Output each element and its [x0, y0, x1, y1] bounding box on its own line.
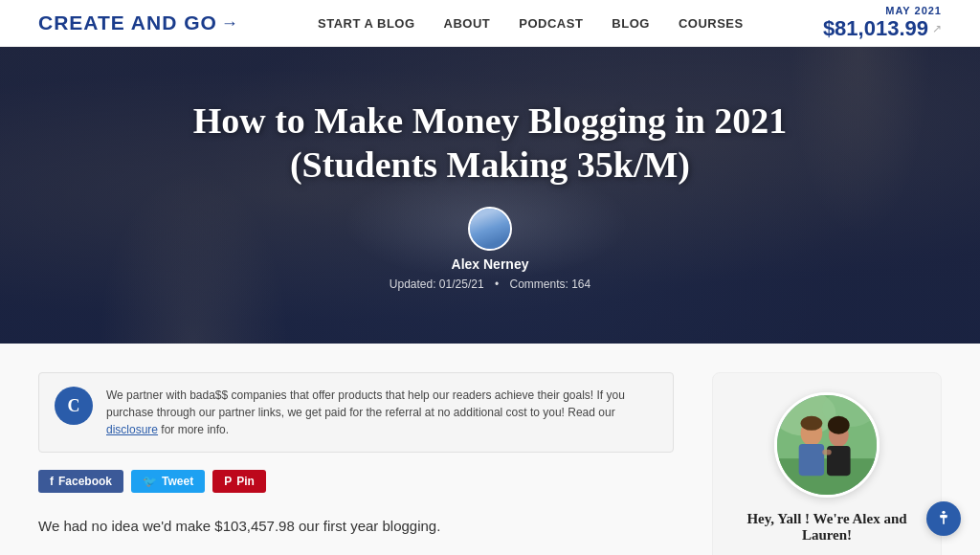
nav-blog[interactable]: BLOG [612, 16, 650, 31]
facebook-label: Facebook [58, 475, 112, 488]
twitter-share-button[interactable]: 🐦 Tweet [131, 470, 205, 493]
content-column: C We partner with bada$$ companies that … [38, 372, 674, 555]
disclaimer-link[interactable]: disclosure [106, 423, 158, 436]
logo-text: CREATE AND GO [38, 11, 217, 34]
comments-count: Comments: 164 [509, 278, 590, 291]
svg-rect-10 [822, 450, 831, 455]
main-nav: START A BLOG ABOUT PODCAST BLOG COURSES [318, 16, 744, 31]
updated-date: Updated: 01/25/21 [390, 278, 484, 291]
share-buttons: f Facebook 🐦 Tweet P Pin [38, 470, 674, 493]
article-text: We had no idea we'd make $103,457.98 our… [38, 514, 674, 555]
revenue-trend-icon: ↗ [932, 22, 942, 36]
hero-content: How to Make Money Blogging in 2021 (Stud… [155, 100, 825, 290]
facebook-icon: f [50, 475, 54, 488]
avatar [468, 207, 512, 251]
main-area: C We partner with bada$$ companies that … [0, 344, 980, 555]
pinterest-icon: P [224, 475, 232, 488]
logo-arrow-icon: → [221, 13, 238, 33]
site-header: CREATE AND GO → START A BLOG ABOUT PODCA… [0, 0, 980, 47]
nav-start-a-blog[interactable]: START A BLOG [318, 16, 415, 31]
sidebar-caption: Hey, Yall ! We're Alex and Lauren! [732, 511, 922, 544]
author-name: Alex Nerney [452, 256, 529, 272]
pinterest-share-button[interactable]: P Pin [212, 470, 266, 493]
hero-title: How to Make Money Blogging in 2021 (Stud… [155, 100, 825, 187]
author-section: Alex Nerney Updated: 01/25/21 • Comments… [155, 207, 825, 291]
accessibility-icon [934, 509, 953, 528]
nav-courses[interactable]: COURSES [679, 16, 744, 31]
separator: • [495, 278, 499, 291]
revenue-display: MAY 2021 $81,013.99 ↗ [823, 5, 942, 41]
sidebar-column: Hey, Yall ! We're Alex and Lauren! [712, 372, 942, 555]
disclaimer-text: We partner with bada$$ companies that of… [106, 387, 657, 438]
disclaimer-logo-letter: C [68, 396, 80, 416]
article-paragraph-1: We had no idea we'd make $103,457.98 our… [38, 514, 674, 539]
revenue-month: MAY 2021 [823, 5, 942, 16]
sidebar-authors-photo [774, 392, 880, 498]
disclaimer-text-part1: We partner with bada$$ companies that of… [106, 388, 625, 419]
sidebar-authors-card: Hey, Yall ! We're Alex and Lauren! [712, 372, 942, 555]
nav-podcast[interactable]: PODCAST [519, 16, 583, 31]
site-logo[interactable]: CREATE AND GO → [38, 11, 238, 34]
author-meta: Updated: 01/25/21 • Comments: 164 [386, 278, 594, 291]
twitter-icon: 🐦 [143, 475, 157, 488]
svg-point-9 [828, 416, 850, 434]
facebook-share-button[interactable]: f Facebook [38, 470, 123, 493]
twitter-label: Tweet [162, 475, 193, 488]
hero-section: How to Make Money Blogging in 2021 (Stud… [0, 47, 980, 344]
pinterest-label: Pin [236, 475, 255, 488]
disclaimer-text-part2: for more info. [158, 423, 229, 436]
svg-point-11 [942, 511, 945, 514]
revenue-amount: $81,013.99 [823, 16, 928, 41]
disclaimer-box: C We partner with bada$$ companies that … [38, 372, 674, 453]
disclaimer-logo: C [55, 387, 93, 425]
svg-point-8 [801, 416, 823, 431]
svg-rect-5 [799, 444, 824, 476]
nav-about[interactable]: ABOUT [444, 16, 491, 31]
accessibility-button[interactable] [926, 501, 961, 536]
